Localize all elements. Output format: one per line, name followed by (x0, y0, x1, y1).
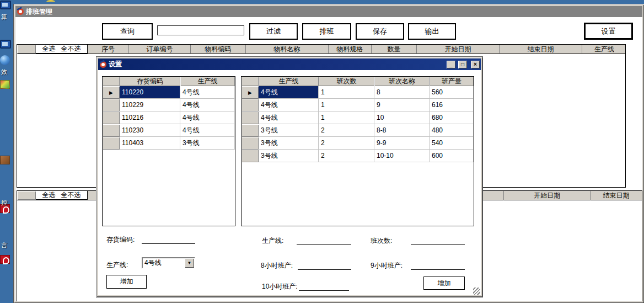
cell[interactable]: 3号线 (259, 137, 319, 150)
settings-button[interactable]: 设置 (584, 23, 633, 40)
column-header: 开始日期 (504, 191, 591, 200)
cell[interactable]: 4号线 (259, 99, 319, 111)
row-selector[interactable] (103, 99, 120, 111)
add-shift-button[interactable]: 增加 (423, 277, 465, 290)
table-row[interactable]: ▶ 110220 4号线 (103, 86, 235, 99)
row-selector[interactable] (242, 150, 259, 162)
cell[interactable]: 4号线 (180, 124, 235, 137)
cell[interactable]: 3号线 (259, 124, 319, 137)
row-selector[interactable] (242, 124, 259, 137)
save-button[interactable]: 保存 (356, 23, 404, 40)
cell[interactable]: 4号线 (259, 86, 319, 99)
row-selector-header (242, 77, 259, 86)
cell[interactable]: 10 (374, 111, 430, 124)
cell[interactable]: 480 (430, 124, 474, 137)
table-row[interactable]: 110216 4号线 (103, 111, 235, 124)
cell[interactable]: 3号线 (259, 150, 319, 162)
app-icon[interactable] (0, 80, 10, 89)
table-row[interactable]: 4号线 1 10 680 (242, 111, 474, 124)
cell[interactable]: 1 (319, 111, 374, 124)
main-window-title: 排班管理 (26, 7, 52, 17)
column-header: 结束日期 (591, 191, 642, 200)
cell[interactable]: 2 (319, 137, 374, 150)
minimize-icon[interactable]: _ (447, 61, 455, 68)
column-header: 生产线 (582, 45, 626, 54)
cell[interactable]: 4号线 (180, 99, 235, 111)
shift8-field[interactable] (298, 262, 351, 270)
cell[interactable]: 10-10 (374, 150, 430, 162)
table-row[interactable]: 110230 4号线 (103, 124, 235, 137)
deselect-all-link[interactable]: 全不选 (61, 44, 81, 54)
table-row[interactable]: ▶ 4号线 1 8 560 (242, 86, 474, 99)
production-line-combobox[interactable]: 4号线 ▼ (142, 257, 195, 269)
row-selector[interactable] (103, 124, 120, 137)
table-row[interactable]: 4号线 1 9 616 (242, 99, 474, 111)
table-row[interactable]: 3号线 2 8-8 480 (242, 124, 474, 137)
cell[interactable]: 9-9 (374, 137, 430, 150)
column-header: 物料名称 (246, 45, 329, 54)
cell[interactable]: 540 (430, 137, 474, 150)
column-header: 物料编码 (191, 45, 246, 54)
app-icon[interactable] (0, 156, 10, 164)
cell[interactable]: 4号线 (259, 111, 319, 124)
table-row[interactable]: 3号线 2 9-9 540 (242, 137, 474, 150)
add-inventory-button[interactable]: 增加 (106, 275, 147, 289)
schedule-button[interactable]: 排班 (302, 23, 351, 40)
inventory-code-label: 存货编码: (106, 235, 135, 244)
globe-icon[interactable] (0, 55, 10, 65)
row-selector[interactable] (103, 137, 120, 150)
table-row[interactable]: 3号线 2 10-10 600 (242, 150, 474, 162)
column-header: 班次名称 (374, 77, 430, 86)
cell[interactable]: 2 (319, 124, 374, 137)
shift9-field[interactable] (411, 262, 465, 270)
table-row[interactable]: 110403 3号线 (103, 137, 235, 150)
cell[interactable]: 4号线 (180, 111, 235, 124)
line-field[interactable] (297, 237, 351, 245)
cell[interactable]: 9 (374, 99, 430, 111)
cell[interactable]: 110216 (120, 111, 180, 124)
cell[interactable]: 110220 (120, 86, 180, 99)
query-button[interactable]: 查询 (102, 23, 153, 40)
column-header: 订单编号 (129, 45, 191, 54)
shift-count-field[interactable] (411, 237, 465, 245)
cell[interactable]: 616 (430, 99, 474, 111)
settings-dialog-titlebar: 设置 _ □ × (98, 59, 481, 70)
row-selector[interactable] (242, 137, 259, 150)
table-row[interactable]: 110229 4号线 (103, 99, 235, 111)
deselect-all-link[interactable]: 全不选 (61, 190, 81, 200)
cell[interactable]: 680 (430, 111, 474, 124)
cell[interactable]: 600 (430, 150, 474, 162)
cell[interactable]: 8 (374, 86, 430, 99)
cell[interactable]: 110230 (120, 124, 180, 137)
cell[interactable]: 4号线 (180, 86, 235, 99)
cell[interactable]: 110403 (120, 137, 180, 150)
cell[interactable]: 8-8 (374, 124, 430, 137)
my-computer-icon[interactable] (0, 1, 11, 9)
cell[interactable]: 1 (319, 99, 374, 111)
current-row-marker-icon[interactable]: ▶ (242, 86, 259, 99)
row-selector[interactable] (242, 111, 259, 124)
resize-grip[interactable] (473, 288, 480, 295)
computer-icon[interactable] (0, 40, 11, 49)
cell[interactable]: 1 (319, 86, 374, 99)
select-all-link[interactable]: 全选 (42, 190, 56, 200)
chevron-down-icon[interactable]: ▼ (185, 258, 194, 268)
maximize-icon[interactable]: □ (458, 61, 467, 68)
current-row-marker-icon[interactable]: ▶ (103, 86, 120, 99)
output-button[interactable]: 输出 (408, 23, 456, 40)
shift10-field[interactable] (299, 283, 349, 291)
cell[interactable]: 2 (319, 150, 374, 162)
close-icon[interactable]: × (471, 61, 480, 68)
cell[interactable]: 110229 (120, 99, 180, 111)
filter-button[interactable]: 过滤 (249, 23, 298, 40)
row-selector[interactable] (103, 111, 120, 124)
inventory-code-field[interactable] (142, 236, 195, 244)
column-header: 开始日期 (417, 45, 500, 54)
cell[interactable]: 3号线 (180, 137, 235, 150)
row-selector[interactable] (242, 99, 259, 111)
red-app-icon[interactable] (0, 255, 10, 264)
cell[interactable]: 560 (430, 86, 474, 99)
select-all-link[interactable]: 全选 (42, 44, 56, 54)
search-input[interactable] (157, 25, 244, 35)
column-header: 数量 (372, 45, 417, 54)
